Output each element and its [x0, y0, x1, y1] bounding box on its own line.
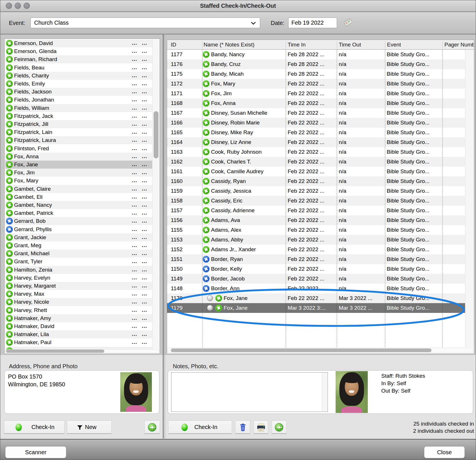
- attendance-row[interactable]: 1179Fox, JaneMar 3 2022 3:...Mar 3 2022 …: [167, 303, 465, 313]
- delete-button[interactable]: [235, 420, 250, 434]
- roster-row-action-1[interactable]: ...: [132, 80, 137, 88]
- roster-row[interactable]: Grant, Michael......: [5, 250, 152, 258]
- calendar-icon[interactable]: [343, 17, 353, 27]
- roster-row-action-1[interactable]: ...: [132, 298, 137, 306]
- roster-row-action-1[interactable]: ...: [132, 338, 137, 346]
- roster-row-action-1[interactable]: ...: [132, 128, 137, 136]
- close-button[interactable]: Close: [424, 446, 465, 458]
- attendance-row[interactable]: 1148Border, AnnFeb 22 2022 ...n/aBible S…: [167, 284, 465, 293]
- roster-row-action-2[interactable]: ...: [142, 169, 147, 177]
- roster-vertical-scrollbar[interactable]: [152, 39, 159, 349]
- roster-row[interactable]: Harvey, Max......: [5, 290, 152, 298]
- roster-row-action-1[interactable]: ...: [132, 322, 137, 330]
- roster-row-action-1[interactable]: ...: [132, 201, 137, 209]
- roster-row[interactable]: Grant, Meg......: [5, 241, 152, 250]
- attendance-row[interactable]: 1166Disney, Robin MarieFeb 22 2022 ...n/…: [167, 118, 465, 128]
- roster-row-action-2[interactable]: ...: [142, 338, 147, 346]
- roster-row[interactable]: Gerrard, Bob......: [5, 217, 152, 225]
- attendance-row[interactable]: 1159Cassidy, JessicaFeb 22 2022 ...n/aBi…: [167, 186, 465, 196]
- roster-row[interactable]: Fields, Jonathan......: [5, 96, 152, 104]
- attendance-row[interactable]: 1151Border, RyanFeb 22 2022 ...n/aBible …: [167, 254, 465, 264]
- roster-row-action-2[interactable]: ...: [142, 47, 147, 55]
- attendance-row[interactable]: 1155Adams, AlexFeb 22 2022 ...n/aBible S…: [167, 225, 465, 235]
- roster-row-action-1[interactable]: ...: [132, 185, 137, 193]
- roster-row-action-1[interactable]: ...: [132, 96, 137, 104]
- roster-horizontal-scrollbar-thumb[interactable]: [6, 350, 104, 353]
- roster-row-action-1[interactable]: ...: [132, 250, 137, 258]
- header-id[interactable]: ID: [171, 40, 176, 50]
- roster-row[interactable]: Gambet, Claire......: [5, 185, 152, 193]
- roster-row[interactable]: Harvey, Margaret......: [5, 282, 152, 290]
- attendance-row[interactable]: 1165Disney, Mike RayFeb 22 2022 ...n/aBi…: [167, 128, 465, 137]
- event-dropdown[interactable]: Church Class: [30, 17, 260, 28]
- roster-row-action-1[interactable]: ...: [132, 64, 137, 72]
- roster-row[interactable]: Fields, Jackson......: [5, 88, 152, 96]
- roster-row[interactable]: Fields, Emily......: [5, 80, 152, 88]
- roster-row-action-2[interactable]: ...: [142, 39, 147, 47]
- attendance-row[interactable]: 1157Cassidy, AdrienneFeb 22 2022 ...n/aB…: [167, 206, 465, 215]
- roster-row-action-1[interactable]: ...: [132, 104, 137, 112]
- roster-row-action-2[interactable]: ...: [142, 96, 147, 104]
- attendance-horizontal-scrollbar-thumb[interactable]: [171, 348, 432, 352]
- roster-row-action-1[interactable]: ...: [132, 306, 137, 314]
- header-name[interactable]: Name (* Notes Exist): [204, 40, 254, 50]
- roster-row-action-2[interactable]: ...: [142, 250, 147, 258]
- roster-row-action-1[interactable]: ...: [132, 153, 137, 161]
- roster-row-action-1[interactable]: ...: [132, 258, 137, 266]
- roster-row[interactable]: Fox, Mary......: [5, 177, 152, 185]
- left-transfer-button[interactable]: [144, 420, 160, 434]
- header-pager[interactable]: Pager Number: [444, 40, 474, 50]
- print-button[interactable]: [254, 420, 268, 434]
- roster-row[interactable]: Feinman, Richard......: [5, 55, 152, 63]
- attendance-row[interactable]: 1152Adams Jr., XanderFeb 22 2022 ...n/aB…: [167, 245, 465, 254]
- attendance-row[interactable]: 1176Bandy, CruzFeb 28 2022 ...n/aBible S…: [167, 59, 465, 69]
- roster-row[interactable]: Harvey, Nicole......: [5, 298, 152, 306]
- roster-row-action-1[interactable]: ...: [132, 233, 137, 241]
- roster-row-action-2[interactable]: ...: [142, 274, 147, 282]
- roster-row-action-2[interactable]: ...: [142, 330, 147, 338]
- roster-row-action-2[interactable]: ...: [142, 225, 147, 233]
- roster-vertical-scrollbar-thumb[interactable]: [154, 111, 158, 158]
- roster-row[interactable]: Fields, William......: [5, 104, 152, 112]
- roster-row-action-2[interactable]: ...: [142, 209, 147, 217]
- attendance-vertical-scrollbar[interactable]: [465, 50, 474, 347]
- roster-row-action-2[interactable]: ...: [142, 258, 147, 266]
- roster-row[interactable]: Fields, Beau......: [5, 64, 152, 72]
- roster-row-action-2[interactable]: ...: [142, 161, 147, 169]
- roster-row-action-1[interactable]: ...: [132, 47, 137, 55]
- roster-row-action-2[interactable]: ...: [142, 282, 147, 290]
- roster-row[interactable]: Flintston, Fred......: [5, 145, 152, 153]
- roster-row-action-2[interactable]: ...: [142, 104, 147, 112]
- attendance-row[interactable]: 1170Fox, JaneFeb 22 2022 ...Mar 3 2022 .…: [167, 293, 465, 303]
- left-check-in-button[interactable]: Check-In: [4, 420, 65, 434]
- roster-row[interactable]: [5, 347, 152, 349]
- roster-row[interactable]: Grant, Tyler......: [5, 258, 152, 266]
- roster-row-action-2[interactable]: ...: [142, 233, 147, 241]
- attendance-row[interactable]: 1158Cassidy, EricFeb 22 2022 ...n/aBible…: [167, 196, 465, 206]
- roster-row-action-2[interactable]: ...: [142, 193, 147, 201]
- roster-row[interactable]: Emerson, David......: [5, 39, 152, 47]
- roster-row-action-2[interactable]: ...: [142, 153, 147, 161]
- attendance-row[interactable]: 1153Adams, AbbyFeb 22 2022 ...n/aBible S…: [167, 235, 465, 245]
- roster-row-action-1[interactable]: ...: [132, 193, 137, 201]
- roster-row[interactable]: Fields, Charity......: [5, 72, 152, 80]
- roster-row-action-1[interactable]: ...: [132, 72, 137, 80]
- date-input[interactable]: [288, 17, 337, 28]
- right-check-in-button[interactable]: Check-In: [168, 420, 232, 434]
- roster-row-action-2[interactable]: ...: [142, 145, 147, 153]
- roster-row-action-1[interactable]: ...: [132, 290, 137, 298]
- roster-row-action-1[interactable]: ...: [132, 274, 137, 282]
- roster-row-action-2[interactable]: ...: [142, 177, 147, 185]
- roster-row[interactable]: Hatmaker, Paul......: [5, 338, 152, 346]
- scanner-button[interactable]: Scanner: [5, 446, 66, 458]
- roster-row[interactable]: Harvey, Rhett......: [5, 306, 152, 314]
- attendance-row[interactable]: 1156Adams, AvaFeb 22 2022 ...n/aBible St…: [167, 215, 465, 225]
- roster-row-action-2[interactable]: ...: [142, 306, 147, 314]
- roster-row-action-2[interactable]: ...: [142, 120, 147, 128]
- attendance-row[interactable]: 1172Fox, MaryFeb 22 2022 ...n/aBible Stu…: [167, 79, 465, 89]
- roster-row-action-1[interactable]: ...: [132, 177, 137, 185]
- roster-row-action-2[interactable]: ...: [142, 64, 147, 72]
- attendance-row[interactable]: 1160Cassidy, RyanFeb 22 2022 ...n/aBible…: [167, 176, 465, 186]
- attendance-row[interactable]: 1162Cook, Charles T.Feb 22 2022 ...n/aBi…: [167, 157, 465, 167]
- roster-row-action-1[interactable]: ...: [132, 39, 137, 47]
